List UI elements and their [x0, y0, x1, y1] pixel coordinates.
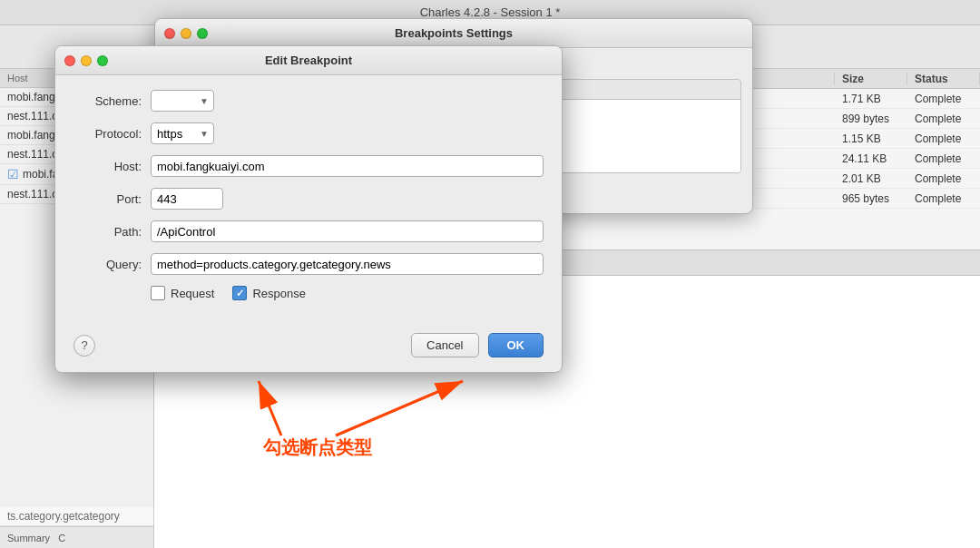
edit-breakpoint-dialog: Edit Breakpoint Scheme: http https ▼ Pro…: [54, 45, 563, 373]
path-input[interactable]: [151, 220, 544, 242]
edit-bp-body: Scheme: http https ▼ Protocol: https htt…: [55, 75, 562, 326]
ok-button[interactable]: OK: [488, 333, 544, 357]
port-input[interactable]: [151, 188, 223, 210]
edit-bp-titlebar: Edit Breakpoint: [55, 46, 562, 75]
query-row: Query:: [74, 253, 544, 275]
minimize-window-button[interactable]: [181, 28, 191, 39]
checkboxes-row: Request ✓ Response: [74, 286, 544, 300]
edit-minimize-button[interactable]: [81, 55, 92, 66]
port-label: Port:: [74, 192, 142, 206]
protocol-row: Protocol: https http ▼: [74, 122, 544, 144]
summary-tabs: Summary C: [0, 526, 153, 548]
scheme-row: Scheme: http https ▼: [74, 90, 544, 112]
checkmark-icon: ✓: [236, 288, 244, 299]
port-row: Port:: [74, 188, 544, 210]
path-row: Path:: [74, 220, 544, 242]
query-input[interactable]: [151, 253, 544, 275]
path-info: ts.category.getcategory: [0, 507, 153, 526]
cancel-button[interactable]: Cancel: [411, 333, 478, 357]
scheme-select[interactable]: http https: [151, 90, 214, 112]
query-label: Query:: [74, 258, 142, 271]
host-row: Host:: [74, 155, 544, 177]
col-status: Status: [907, 73, 980, 85]
dialog-buttons: ? Cancel OK: [55, 326, 562, 372]
request-checkbox[interactable]: [151, 286, 165, 300]
scheme-select-wrapper: http https ▼: [151, 90, 214, 112]
help-button[interactable]: ?: [74, 335, 95, 357]
host-input[interactable]: [151, 155, 544, 177]
path-label: Path:: [74, 225, 142, 239]
breakpoints-window-title: Breakpoints Settings: [395, 26, 513, 40]
edit-maximize-button[interactable]: [97, 55, 108, 66]
col-size: Size: [835, 73, 907, 85]
edit-bp-traffic-lights: [64, 55, 108, 66]
response-checkbox-item: ✓ Response: [232, 286, 306, 300]
protocol-select-wrapper: https http ▼: [151, 122, 214, 144]
scheme-label: Scheme:: [74, 94, 142, 108]
protocol-select[interactable]: https http: [151, 122, 214, 144]
annotation-text: 勾选断点类型: [263, 435, 372, 460]
response-checkbox[interactable]: ✓: [232, 286, 247, 300]
host-label: Host:: [74, 160, 142, 173]
response-label: Response: [252, 287, 306, 300]
maximize-window-button[interactable]: [197, 28, 208, 39]
close-window-button[interactable]: [164, 28, 175, 39]
breakpoints-titlebar: Breakpoints Settings: [155, 19, 752, 48]
request-label: Request: [171, 287, 214, 300]
app-title: Charles 4.2.8 - Session 1 *: [420, 5, 561, 19]
traffic-lights: [164, 28, 208, 39]
edit-bp-title: Edit Breakpoint: [265, 54, 352, 67]
request-checkbox-item: Request: [151, 286, 214, 300]
edit-close-button[interactable]: [64, 55, 75, 66]
protocol-label: Protocol:: [74, 127, 142, 141]
